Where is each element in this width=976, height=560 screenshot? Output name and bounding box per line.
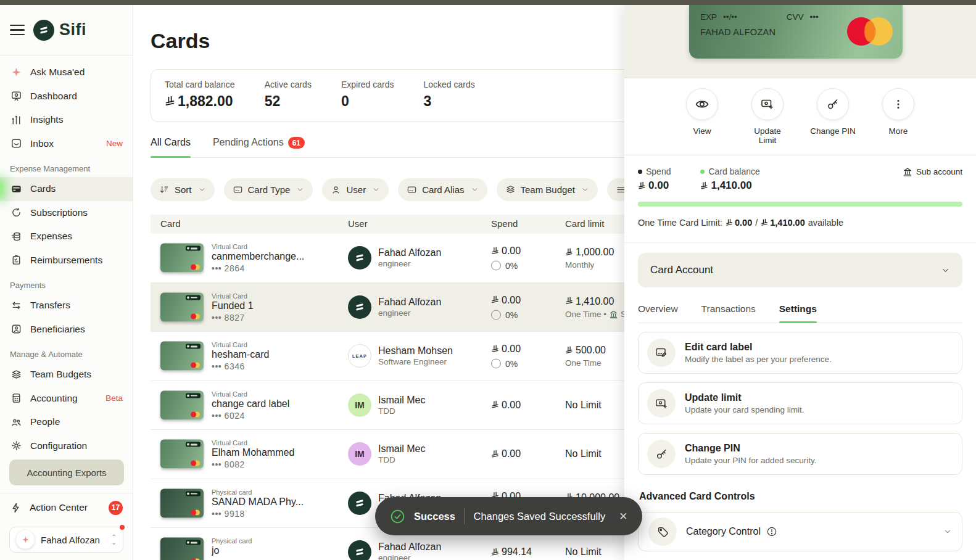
sidebar-item-dashboard[interactable]: Dashboard	[0, 84, 133, 109]
card-detail-drawer: EXP ••/•• CVV ••• FAHAD ALFOZAN View Upd…	[624, 5, 976, 560]
card-thumbnail	[160, 244, 204, 273]
limit-amount: 500.00	[576, 345, 606, 356]
user-name: Fahad Alfozan	[378, 297, 441, 308]
sidebar-item-accounting[interactable]: Accounting Beta	[0, 387, 133, 411]
limit-period: One Time • Su	[565, 309, 631, 318]
sar-currency-icon	[491, 345, 499, 353]
sifi-card-logo	[186, 393, 201, 398]
sub-account-tag: Sub account	[903, 167, 962, 176]
sar-currency-icon	[491, 296, 499, 304]
more-button[interactable]: More	[875, 88, 921, 145]
card-account-accordion[interactable]: Card Account	[638, 253, 962, 287]
action-center-item[interactable]: Action Center 17	[0, 493, 133, 522]
update-limit-button[interactable]: Update Limit	[745, 88, 790, 145]
sidebar-item-cards[interactable]: Cards	[0, 177, 133, 201]
sidebar-item-team-budgets[interactable]: Team Budgets	[0, 363, 133, 387]
spend-progress-ring: 0%	[491, 359, 521, 369]
view-button[interactable]: View	[679, 88, 725, 145]
sifi-card-logo	[186, 540, 201, 545]
success-toast: Success Changes Saved Successfully ✕	[375, 497, 642, 535]
user-avatar	[348, 492, 371, 515]
tab-all-cards[interactable]: All Cards	[151, 137, 191, 157]
sidebar-item-transfers[interactable]: Transfers	[0, 294, 133, 318]
card-alias-filter[interactable]: Card Alias	[398, 178, 487, 201]
spend-amount: 0.00	[502, 294, 521, 305]
sidebar-nav: Ask Musa'ed Dashboard Insights Inbox New…	[0, 56, 133, 458]
tab-settings[interactable]: Settings	[779, 303, 817, 323]
sidebar-item-expenses[interactable]: Expenses	[0, 224, 133, 249]
sar-currency-icon	[638, 182, 646, 190]
spend-cell: 0.00 0%	[491, 245, 521, 271]
change-pin-button[interactable]: Change PIN	[810, 88, 856, 145]
sidebar-item-insights[interactable]: Insights	[0, 108, 133, 132]
sparkle-icon	[10, 66, 22, 78]
update-limit-item[interactable]: Update limit Update your card spending l…	[638, 382, 962, 424]
sar-currency-icon	[491, 401, 499, 409]
browser-top-strip	[0, 0, 976, 5]
spend-progress-ring: 0%	[491, 261, 521, 271]
edit-card-label-item[interactable]: Edit card label Modify the label as per …	[638, 332, 962, 374]
hamburger-menu-icon[interactable]	[10, 25, 25, 36]
balance-progress-bar	[638, 202, 962, 207]
card-icon	[407, 184, 417, 195]
stat-locked-cards: Locked cards 3	[423, 80, 474, 112]
card-name: change card label	[212, 398, 289, 409]
eye-icon	[695, 97, 709, 112]
sidebar-item-reimbursements[interactable]: Reimbursements	[0, 249, 133, 273]
sifi-wordmark: Sifi	[59, 20, 86, 39]
sidebar-item-inbox[interactable]: Inbox New	[0, 132, 133, 156]
one-time-limit-line: One Time Card Limit: 0.00 / 1,410.00 ava…	[638, 218, 962, 228]
team-budget-filter[interactable]: Team Budget	[497, 178, 598, 201]
user-avatar: LEAP	[348, 344, 371, 368]
user-avatar	[348, 540, 371, 560]
mastercard-logo-icon	[191, 313, 200, 319]
user-name: Fahad Alfozan	[378, 541, 441, 553]
chevron-down-icon	[198, 186, 206, 194]
tab-transactions[interactable]: Transactions	[701, 303, 756, 323]
card-type-filter[interactable]: Card Type	[224, 178, 313, 201]
card-name: Funded 1	[212, 300, 254, 311]
calculator-icon	[10, 392, 22, 405]
toast-divider	[464, 508, 465, 524]
user-avatar	[348, 295, 371, 319]
spend-progress-ring: 0%	[491, 310, 521, 319]
sifi-card-logo	[186, 491, 201, 496]
card-thumbnail	[160, 292, 204, 321]
sidebar-item-subscriptions[interactable]: Subscriptions	[0, 201, 133, 225]
card-cvv-value: •••	[809, 12, 818, 22]
card-cell: Virtual Card canmemberchange... ••• 2864	[160, 243, 304, 273]
sifi-card-logo	[186, 246, 201, 251]
change-pin-item[interactable]: Change PIN Update your PIN for added sec…	[638, 433, 962, 475]
sort-filter[interactable]: Sort	[151, 178, 215, 201]
sidebar: Sifi Ask Musa'ed Dashboard Insights I	[0, 5, 133, 560]
close-icon[interactable]: ✕	[619, 510, 627, 523]
tab-overview[interactable]: Overview	[638, 303, 678, 323]
user-avatar: IM	[348, 442, 371, 466]
sar-currency-icon	[761, 219, 768, 226]
inbox-icon	[10, 138, 22, 150]
chevron-down-icon	[943, 527, 952, 536]
mastercard-logo-icon	[191, 265, 200, 270]
card-name: canmemberchange...	[212, 251, 304, 262]
section-expense-management: Expense Management	[0, 155, 133, 177]
clipboard-icon	[10, 254, 22, 266]
accounting-exports-button[interactable]: Accounting Exports	[9, 459, 124, 485]
beta-badge: Beta	[105, 393, 123, 403]
divider	[624, 155, 976, 155]
user-cell: LEAP Hesham Mohsen Software Engineer	[348, 344, 453, 368]
dashboard-icon	[10, 90, 22, 102]
card-plus-icon	[655, 397, 669, 411]
card-cell: Physical card SANAD MADA Phy... ••• 9918	[160, 488, 304, 518]
user-cell: IM Ismail Mec TDD	[348, 393, 425, 417]
sidebar-header: Sifi	[0, 5, 133, 56]
chevron-down-icon	[372, 186, 380, 194]
sidebar-item-ask-musaed[interactable]: Ask Musa'ed	[0, 60, 133, 84]
sidebar-item-beneficiaries[interactable]: Beneficiaries	[0, 318, 133, 342]
alert-circle-icon	[766, 526, 777, 537]
sidebar-item-people[interactable]: People	[0, 410, 133, 434]
category-control-item[interactable]: Category Control	[638, 512, 962, 551]
user-filter[interactable]: User	[322, 178, 389, 201]
user-cell: Fahad Alfozan engineer	[348, 540, 441, 560]
user-menu[interactable]: Fahad Alfozan ⌃⌄	[9, 527, 123, 553]
tab-pending-actions[interactable]: Pending Actions 61	[213, 137, 305, 157]
